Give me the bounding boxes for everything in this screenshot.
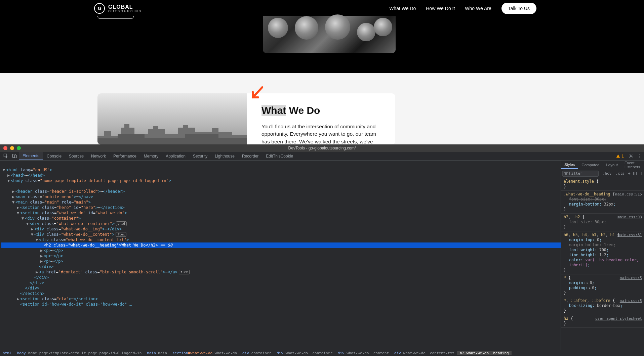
site-header: G GLOBAL OUTSOURCING What We Do How We D… (0, 0, 644, 17)
devtools-tab-console[interactable]: Console (43, 152, 65, 160)
website-viewport: G GLOBAL OUTSOURCING What We Do How We D… (0, 0, 644, 144)
nav-what-we-do[interactable]: What We Do (389, 6, 416, 11)
device-toolbar-icon[interactable] (10, 152, 19, 160)
devtools-tab-sources[interactable]: Sources (65, 152, 87, 160)
breadcrumb-item[interactable]: section#what-we-do.what-we-do (170, 351, 240, 355)
style-rules-list[interactable]: element.style {}main.css:515.what-we-do_… (561, 178, 644, 350)
styles-tab-styles[interactable]: Styles (561, 161, 578, 169)
style-rule[interactable]: main.css:93h2, .h2 {font-size: 30px;} (561, 214, 644, 231)
brand-big: GLOBAL (108, 4, 142, 10)
more-kebab-icon[interactable]: ⋮ (635, 152, 644, 160)
dom-node[interactable]: </div> (1, 264, 561, 269)
devtools-window: DevTools - go-globaloutsourcing.com/ Ele… (0, 144, 644, 356)
brand-logo[interactable]: G GLOBAL OUTSOURCING (94, 3, 142, 14)
computed-sidebar-icon[interactable] (633, 171, 637, 177)
dom-node[interactable]: ▶<p>⋯</p> (1, 259, 561, 264)
elements-breadcrumbs[interactable]: htmlbody.home.page-template-default.page… (0, 350, 644, 356)
dom-node[interactable]: ▼<div class="container"> (1, 216, 561, 221)
dom-node[interactable]: <h2 class="what-we-do__heading">What We … (1, 242, 561, 248)
devtools-tab-lighthouse[interactable]: Lighthouse (211, 152, 238, 160)
devtools-tab-security[interactable]: Security (189, 152, 211, 160)
dom-node[interactable] (1, 183, 561, 189)
hov-toggle[interactable]: :hov (601, 171, 613, 176)
dom-node[interactable]: ▶<a href="#contact" class="btn-simple sm… (1, 269, 561, 275)
dom-node[interactable]: ▼<body class="home page-template-default… (1, 178, 561, 183)
primary-nav: What We Do How We Do It Who We Are Talk … (389, 3, 536, 14)
devtools-tab-network[interactable]: Network (87, 152, 110, 160)
what-we-do-image (97, 93, 247, 144)
breadcrumb-item[interactable]: div.what-we-do__container (274, 351, 335, 355)
svg-rect-4 (14, 155, 16, 158)
breadcrumb-item[interactable]: div.what-we-do__content (335, 351, 392, 355)
dom-node[interactable]: ▶<section class="cta">⋯</section> (1, 296, 561, 302)
rendering-sidebar-icon[interactable] (638, 171, 643, 177)
dom-node[interactable]: ▶<section class="hero" id="hero">⋯</sect… (1, 205, 561, 210)
style-rule[interactable]: main.css:515.what-we-do__heading {font-s… (561, 191, 644, 214)
what-we-do-content: What We Do You'll find us at the interse… (247, 93, 395, 144)
warnings-badge[interactable]: 1 (613, 152, 627, 160)
breadcrumb-item[interactable]: main.main (144, 351, 170, 355)
style-rule[interactable]: user agent stylesheeth2 {} (561, 315, 644, 328)
styles-tabbar: StylesComputedLayoutEvent Listeners≫ (561, 161, 644, 169)
dom-node[interactable]: ▶<nav class="mobile-menu">⋯</nav> (1, 194, 561, 199)
cls-toggle[interactable]: .cls (614, 171, 626, 176)
brand-logo-text: GLOBAL OUTSOURCING (108, 4, 142, 13)
svg-point-5 (630, 155, 632, 157)
dom-node[interactable]: ▼<div class="what-we-do__content">flex (1, 232, 561, 237)
dom-node[interactable]: ▼<html lang="en-US"> (1, 167, 561, 173)
breadcrumb-item[interactable]: body.home.page-template-default.page.pag… (14, 351, 145, 355)
dom-node[interactable]: </section> (1, 291, 561, 296)
cta-talk-to-us[interactable]: Talk To Us (501, 3, 536, 14)
devtools-titlebar[interactable]: DevTools - go-globaloutsourcing.com/ (0, 144, 644, 152)
dom-node[interactable] (1, 162, 561, 167)
style-rule[interactable]: main.css:81h6, h5, h4, h3, h2, h1 {margi… (561, 231, 644, 274)
dom-node[interactable]: ▼<div class="what-we-do__container">grid (1, 221, 561, 226)
devtools-tabbar: ElementsConsoleSourcesNetworkPerformance… (0, 152, 644, 161)
style-rule[interactable]: element.style {} (561, 178, 644, 191)
devtools-tab-elements[interactable]: Elements (19, 152, 43, 160)
dom-node[interactable]: ▶<div class="what-we-do__img">⋯</div> (1, 226, 561, 232)
brand-logo-mark: G (94, 3, 105, 14)
elements-dom-tree[interactable]: ▼<html lang="en-US">▶<head>⋯</head>▼<bod… (0, 161, 561, 350)
dom-node[interactable]: ▶<header class="header is-scrolled">⋯</h… (1, 189, 561, 194)
dom-node[interactable]: ▶<p>⋯</p> (1, 248, 561, 253)
nav-how-we-do-it[interactable]: How We Do It (426, 6, 455, 11)
dom-node[interactable]: ▼<section class="what-we-do" id="what-we… (1, 210, 561, 216)
brand-small: OUTSOURCING (108, 10, 142, 13)
devtools-tab-memory[interactable]: Memory (140, 152, 162, 160)
devtools-tab-performance[interactable]: Performance (110, 152, 140, 160)
breadcrumb-item[interactable]: html (0, 351, 14, 355)
dom-node[interactable]: </div> (1, 280, 561, 285)
what-we-do-section: What We Do You'll find us at the interse… (0, 73, 644, 144)
dom-node[interactable]: ▶<p>⋯</p> (1, 253, 561, 259)
styles-tab-layout[interactable]: Layout (603, 161, 621, 169)
dom-node[interactable]: ▶<head>⋯</head> (1, 173, 561, 178)
styles-filter-input[interactable]: Filter (562, 171, 599, 177)
dom-node[interactable]: <section id="how-we-do-it" class="how-we… (1, 302, 561, 307)
svg-rect-7 (634, 172, 635, 175)
devtools-tab-application[interactable]: Application (162, 152, 189, 160)
dom-node[interactable]: ▼<div class="what-we-do__content-txt"> (1, 237, 561, 242)
dom-node[interactable]: </div> (1, 275, 561, 280)
annotation-arrow-heading (249, 86, 264, 101)
settings-gear-icon[interactable] (627, 152, 635, 160)
breadcrumb-item[interactable]: div.what-we-do__content-txt (392, 351, 457, 355)
style-rule[interactable]: main.css:5* {margin:▸0;padding:▸0;} (561, 274, 644, 297)
devtools-tab-recorder[interactable]: Recorder (238, 152, 262, 160)
style-rule[interactable]: main.css:5*, ::after, ::before {box-sizi… (561, 297, 644, 315)
what-we-do-card: What We Do You'll find us at the interse… (97, 93, 395, 144)
what-we-do-heading: What We Do (261, 105, 382, 116)
breadcrumb-item[interactable]: h2.what-we-do__heading (457, 351, 512, 355)
new-style-rule-icon[interactable]: ＋ (627, 171, 632, 177)
styles-tab-computed[interactable]: Computed (578, 161, 603, 169)
inspect-element-icon[interactable] (1, 152, 10, 160)
dom-node[interactable]: </div> (1, 285, 561, 291)
devtools-window-title: DevTools - go-globaloutsourcing.com/ (0, 146, 644, 150)
dom-node[interactable]: ▼<main class="main" role="main"> (1, 199, 561, 205)
nav-who-we-are[interactable]: Who We Are (465, 6, 491, 11)
styles-filter-row: Filter :hov .cls ＋ (561, 169, 644, 178)
devtools-tab-editthiscookie[interactable]: EditThisCookie (262, 152, 297, 160)
breadcrumb-item[interactable]: div.container (240, 351, 274, 355)
styles-tab-event-listeners[interactable]: Event Listeners (621, 161, 644, 169)
what-we-do-body: You'll find us at the intersection of co… (261, 123, 382, 144)
